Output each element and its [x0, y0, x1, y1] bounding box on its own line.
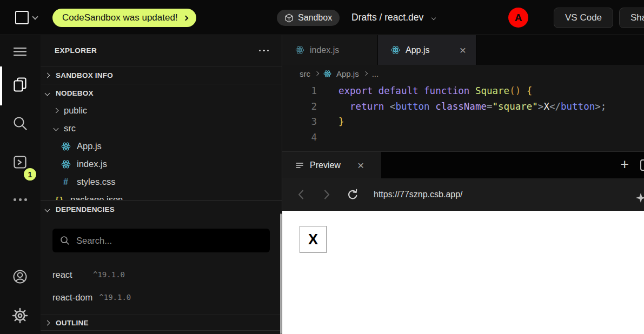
code-editor[interactable]: 1export default function Square() {2 ret…: [282, 82, 644, 151]
vs-code-button[interactable]: VS Code: [554, 8, 613, 28]
dependency-row-react[interactable]: react^19.1.0: [41, 263, 282, 286]
tree-item-label: package.json: [70, 195, 123, 200]
square-button[interactable]: X: [300, 226, 327, 253]
react-file-icon: [323, 70, 331, 78]
chevron-right-icon: [54, 108, 59, 113]
add-devtool-icon[interactable]: +: [620, 156, 629, 173]
update-banner-button[interactable]: CodeSandbox was updated!: [52, 9, 196, 27]
layout-icon[interactable]: [640, 159, 644, 171]
code-line[interactable]: 2 return <button className="square">X</b…: [282, 99, 644, 115]
share-button[interactable]: Share: [619, 8, 644, 28]
dependency-search: [52, 229, 270, 252]
line-content: }: [317, 114, 344, 130]
breadcrumb-src[interactable]: src: [300, 69, 310, 78]
explorer-header: EXPLORER: [41, 35, 282, 66]
tree-item-styles-css[interactable]: #styles.css: [41, 173, 282, 191]
tree-item-package-json[interactable]: {}package.json: [41, 191, 282, 200]
cube-icon: [284, 14, 294, 23]
active-view-indicator: [0, 66, 2, 105]
tab-label: index.js: [310, 45, 339, 55]
sandbox-type-badge[interactable]: Sandbox: [277, 10, 340, 26]
codesandbox-logo-icon[interactable]: [15, 11, 29, 24]
code-line[interactable]: 3}: [282, 114, 644, 130]
dependency-version: ^19.1.0: [93, 270, 125, 279]
tree-item-label: App.js: [77, 141, 102, 151]
sandbox-badge-label: Sandbox: [298, 13, 332, 23]
search-icon[interactable]: [12, 115, 28, 131]
chevron-right-icon: [183, 15, 188, 21]
code-line[interactable]: 1export default function Square() {: [282, 83, 644, 99]
chevron-down-icon: [431, 15, 436, 19]
dependency-list: react^19.1.0react-dom^19.1.0: [41, 263, 282, 309]
preview-nav-bar: https://77sznp.csb.app/: [282, 178, 644, 211]
top-bar: CodeSandbox was updated! Sandbox Drafts …: [0, 0, 644, 35]
css-file-icon: #: [61, 177, 71, 187]
dependency-row-react-dom[interactable]: react-dom^19.1.0: [41, 286, 282, 309]
tab-app-js[interactable]: App.js ×: [378, 35, 476, 65]
tree-item-app-js[interactable]: App.js: [41, 137, 282, 155]
chevron-down-icon: [45, 90, 50, 96]
line-number: 3: [282, 114, 317, 130]
account-icon[interactable]: [12, 269, 28, 285]
tree-item-public[interactable]: public: [41, 102, 282, 119]
preview-url-field[interactable]: https://77sznp.csb.app/: [374, 178, 463, 211]
update-banner-label: CodeSandbox was updated!: [62, 12, 178, 23]
section-dependencies[interactable]: DEPENDENCIES: [41, 200, 282, 218]
menu-hamburger-icon[interactable]: [12, 43, 28, 59]
chevron-right-icon: [45, 320, 50, 325]
user-avatar[interactable]: A: [508, 8, 528, 28]
more-tools-icon[interactable]: [14, 198, 27, 201]
settings-gear-icon[interactable]: [12, 308, 28, 324]
section-nodebox[interactable]: NODEBOX: [41, 84, 282, 102]
json-file-icon: {}: [54, 196, 64, 201]
preview-list-icon: [295, 161, 304, 170]
tree-item-index-js[interactable]: index.js: [41, 155, 282, 173]
tree-item-label: index.js: [77, 159, 107, 169]
tree-item-src[interactable]: src: [41, 119, 282, 137]
react-file-icon: [61, 159, 71, 169]
tab-close-icon[interactable]: ×: [460, 44, 466, 56]
preview-tab-strip: Preview × +: [282, 151, 644, 178]
tree-item-label: src: [64, 123, 76, 133]
line-number: 2: [282, 99, 317, 115]
codesandbox-app: CodeSandbox was updated! Sandbox Drafts …: [0, 0, 644, 334]
preview-tab-label: Preview: [310, 161, 341, 170]
section-outline[interactable]: OUTLINE: [41, 315, 282, 331]
line-number: 1: [282, 83, 317, 99]
chevron-down-icon: [54, 126, 59, 131]
code-line[interactable]: 4: [282, 130, 644, 145]
activity-bar: 1: [0, 35, 41, 334]
breadcrumb-file[interactable]: App.js: [336, 69, 359, 78]
tab-index-js[interactable]: index.js: [282, 35, 378, 65]
search-icon: [60, 236, 70, 245]
explorer-more-icon[interactable]: [258, 46, 270, 55]
dependency-search-input[interactable]: [52, 229, 270, 252]
chevron-down-icon: [45, 206, 50, 212]
editor-breadcrumb: src App.js ...: [282, 65, 644, 82]
line-content: return <button className="square">X</but…: [317, 99, 606, 115]
tree-item-label: public: [64, 105, 87, 116]
workspace-switcher-chevron-icon[interactable]: [32, 14, 38, 19]
preview-close-icon[interactable]: ×: [357, 159, 364, 171]
explorer-sidebar: EXPLORER SANDBOX INFO NODEBOX publicsrcA…: [41, 35, 282, 334]
avatar-letter: A: [515, 12, 522, 24]
tab-label: App.js: [406, 45, 429, 55]
section-label: SANDBOX INFO: [56, 71, 113, 79]
section-sandbox-info[interactable]: SANDBOX INFO: [41, 66, 282, 84]
explorer-files-icon[interactable]: [12, 76, 28, 92]
dependency-name: react-dom: [52, 292, 92, 303]
project-breadcrumb[interactable]: Drafts / react.dev: [351, 0, 435, 35]
preview-tab[interactable]: Preview ×: [282, 152, 381, 178]
chevron-right-icon: [45, 72, 50, 78]
section-label: OUTLINE: [56, 319, 89, 327]
react-file-icon: [391, 45, 400, 55]
sparkle-ai-icon[interactable]: [635, 192, 644, 203]
breadcrumb-symbol[interactable]: ...: [372, 69, 379, 78]
main-area: 1 EXPLORER: [0, 35, 644, 334]
line-content: export default function Square() {: [317, 83, 532, 99]
forward-icon[interactable]: [323, 189, 330, 200]
editor-tab-strip: index.js App.js ×: [282, 35, 644, 65]
chevron-right-icon: [315, 71, 319, 76]
refresh-icon[interactable]: [347, 189, 358, 201]
back-icon[interactable]: [297, 189, 304, 200]
